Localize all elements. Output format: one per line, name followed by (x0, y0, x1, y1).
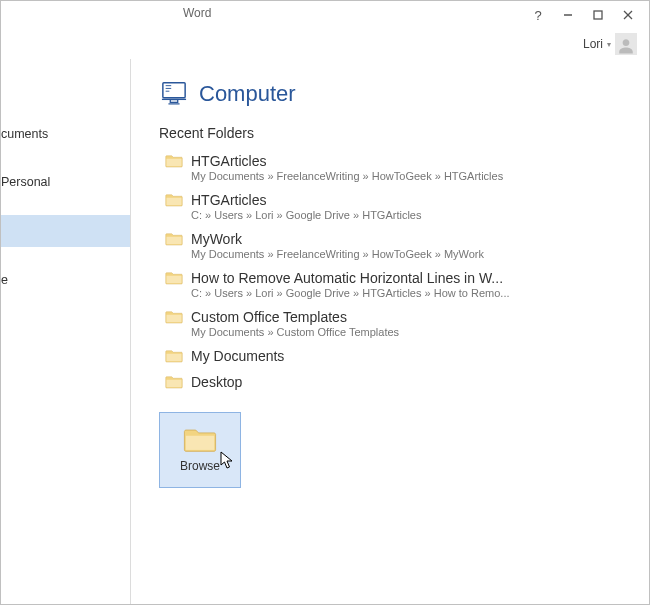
user-name[interactable]: Lori (583, 37, 603, 51)
folder-path: My Documents » FreelanceWriting » HowToG… (165, 248, 639, 260)
page-heading: Computer (199, 81, 296, 107)
folder-name: Custom Office Templates (191, 309, 347, 325)
svg-rect-1 (594, 11, 602, 19)
folder-name: How to Remove Automatic Horizontal Lines… (191, 270, 503, 286)
folder-name: MyWork (191, 231, 242, 247)
folder-name: HTGArticles (191, 153, 266, 169)
close-button[interactable] (613, 5, 643, 25)
folder-path: My Documents » Custom Office Templates (165, 326, 639, 338)
sidebar-item[interactable]: Personal (1, 167, 130, 197)
recent-folder-item[interactable]: HTGArticlesC: » Users » Lori » Google Dr… (159, 188, 639, 227)
person-icon (617, 37, 635, 55)
folder-icon (165, 232, 183, 246)
app-title: Word (183, 6, 211, 20)
folder-icon (165, 193, 183, 207)
folder-path: C: » Users » Lori » Google Drive » HTGAr… (165, 209, 639, 221)
user-row: Lori ▾ (1, 29, 649, 59)
folder-name: Desktop (191, 374, 242, 390)
svg-rect-7 (168, 103, 179, 104)
main-panel: Computer Recent Folders HTGArticlesMy Do… (131, 59, 649, 604)
browse-label: Browse (180, 459, 220, 473)
sidebar: cuments Personal e (1, 59, 131, 604)
folder-path: C: » Users » Lori » Google Drive » HTGAr… (165, 287, 639, 299)
svg-rect-6 (170, 100, 177, 103)
folder-name: My Documents (191, 348, 284, 364)
recent-folder-item[interactable]: MyWorkMy Documents » FreelanceWriting » … (159, 227, 639, 266)
folder-name: HTGArticles (191, 192, 266, 208)
maximize-button[interactable] (583, 5, 613, 25)
folder-icon (165, 349, 183, 363)
sidebar-item[interactable]: cuments (1, 119, 130, 149)
folder-icon (165, 375, 183, 389)
help-button[interactable]: ? (523, 5, 553, 25)
folder-icon (165, 154, 183, 168)
chevron-down-icon[interactable]: ▾ (607, 40, 611, 49)
minimize-button[interactable] (553, 5, 583, 25)
folder-path: My Documents » FreelanceWriting » HowToG… (165, 170, 639, 182)
recent-folder-item[interactable]: HTGArticlesMy Documents » FreelanceWriti… (159, 149, 639, 188)
avatar[interactable] (615, 33, 637, 55)
folder-icon (183, 427, 217, 453)
recent-folders-label: Recent Folders (159, 125, 639, 141)
recent-folder-item[interactable]: Custom Office TemplatesMy Documents » Cu… (159, 305, 639, 344)
svg-rect-4 (163, 83, 185, 98)
recent-folder-item[interactable]: My Documents (159, 344, 639, 370)
folder-icon (165, 310, 183, 324)
recent-folder-item[interactable]: Desktop (159, 370, 639, 396)
recent-folder-item[interactable]: How to Remove Automatic Horizontal Lines… (159, 266, 639, 305)
sidebar-item[interactable]: e (1, 265, 130, 295)
recent-folders-list: HTGArticlesMy Documents » FreelanceWriti… (159, 149, 639, 396)
browse-button[interactable]: Browse (159, 412, 241, 488)
cursor-icon (220, 451, 236, 471)
folder-icon (165, 271, 183, 285)
titlebar: Word ? (1, 1, 649, 29)
computer-icon (159, 81, 189, 107)
sidebar-item-selected[interactable] (1, 215, 130, 247)
